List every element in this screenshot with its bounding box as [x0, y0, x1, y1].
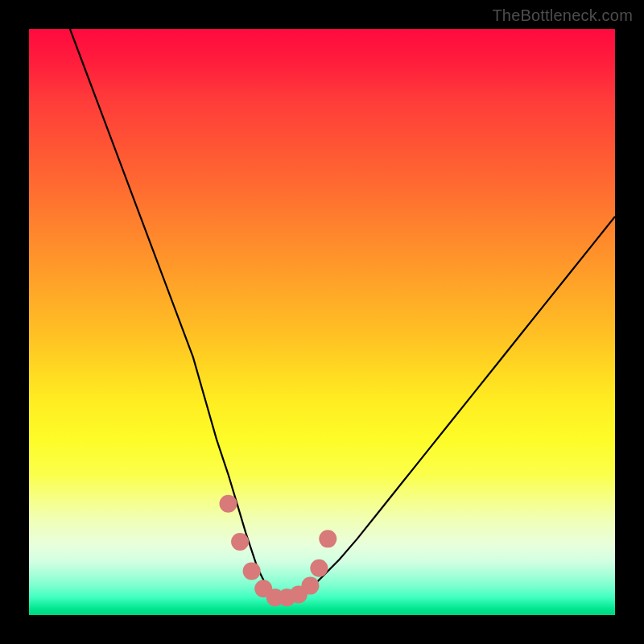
plot-area — [29, 29, 615, 615]
marker-point — [220, 495, 237, 513]
marker-point — [231, 533, 249, 551]
marker-point — [319, 530, 336, 547]
marker-point — [243, 562, 261, 580]
watermark-text: TheBottleneck.com — [492, 6, 633, 25]
highlight-markers — [220, 495, 337, 606]
marker-point — [310, 559, 328, 577]
chart-frame: TheBottleneck.com — [0, 0, 644, 644]
marker-point — [301, 577, 319, 595]
bottleneck-curve — [70, 29, 615, 597]
curve-svg — [29, 29, 615, 615]
